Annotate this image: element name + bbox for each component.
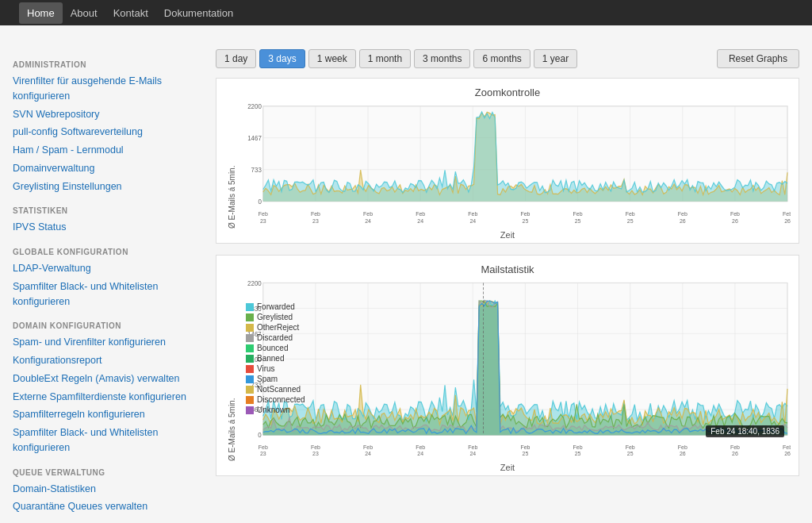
legend-label: Forwarded — [257, 302, 295, 311]
time-btn-1-week[interactable]: 1 week — [308, 49, 356, 68]
chart-ylabel: Ø E-Mails á 5min. — [224, 279, 239, 461]
sidebar-link[interactable]: Konfigurationsreport — [13, 352, 203, 370]
nav-home[interactable]: Home — [19, 2, 63, 24]
svg-text:Feb24: Feb24 — [363, 210, 373, 225]
legend-label: Disconnected — [257, 395, 305, 404]
sidebar-link[interactable]: Spam- und Virenfilter konfigurieren — [13, 333, 203, 352]
legend-color-box — [246, 344, 254, 352]
svg-text:0: 0 — [258, 198, 262, 206]
legend-color-box — [246, 406, 254, 414]
legend-color-box — [246, 396, 254, 404]
legend-item: Greylisted — [246, 313, 305, 321]
svg-text:Feb25: Feb25 — [626, 443, 635, 457]
svg-text:Feb24: Feb24 — [468, 210, 477, 225]
chart-title: Zoomkontrolle — [224, 87, 791, 98]
nav-dokumentation[interactable]: Dokumentation — [156, 2, 241, 24]
time-btn-1-day[interactable]: 1 day — [216, 49, 256, 68]
legend-item: Discarded — [246, 333, 305, 342]
sidebar-section-title: Statistiken — [13, 206, 203, 215]
legend-label: Bounced — [257, 344, 288, 352]
sidebar-link[interactable]: Spamfilterregeln konfigurieren — [13, 406, 203, 424]
svg-text:Feb23: Feb23 — [259, 210, 268, 225]
svg-text:Feb26: Feb26 — [730, 210, 740, 225]
chart-ylabel: Ø E-Mails á 5min. — [224, 102, 239, 229]
legend-label: Discarded — [257, 333, 293, 342]
svg-text:Feb26: Feb26 — [783, 443, 791, 457]
legend-label: NotScanned — [257, 385, 301, 394]
svg-text:Feb26: Feb26 — [730, 443, 740, 457]
legend-item: Unknown — [246, 406, 305, 414]
time-controls: 1 day3 days1 week1 month3 months6 months… — [216, 49, 799, 68]
time-btn-6-months[interactable]: 6 months — [473, 49, 530, 68]
legend-label: Virus — [257, 364, 275, 373]
chart-xlabel: Zeit — [224, 230, 791, 240]
svg-text:Feb23: Feb23 — [259, 443, 268, 457]
sidebar-link[interactable]: SVN Webrepository — [13, 106, 203, 124]
sidebar-link[interactable]: IPVS Status — [13, 218, 203, 237]
legend-item: NotScanned — [246, 385, 305, 394]
svg-text:1467: 1467 — [247, 134, 262, 143]
legend-item: Forwarded — [246, 302, 305, 311]
sidebar-link[interactable]: LDAP-Verwaltung — [13, 260, 203, 278]
svg-text:Feb25: Feb25 — [573, 210, 583, 225]
sidebar-link[interactable]: Spamfilter Black- und Whitelisten konfig… — [13, 424, 203, 457]
sidebar-link[interactable]: Domain-Statistiken — [13, 480, 203, 498]
legend-color-box — [246, 334, 254, 342]
legend-item: Virus — [246, 364, 305, 373]
sidebar-link[interactable]: pull-config Softwareverteilung — [13, 123, 203, 141]
svg-text:Feb25: Feb25 — [520, 443, 530, 457]
sidebar-link[interactable]: Virenfilter für ausgehende E-Mails konfi… — [13, 72, 203, 106]
legend-color-box — [246, 324, 254, 332]
svg-text:733: 733 — [251, 166, 262, 175]
sidebar-link[interactable]: Ham / Spam - Lernmodul — [13, 141, 203, 160]
reset-graphs-button[interactable]: Reset Graphs — [717, 49, 799, 68]
svg-text:Feb25: Feb25 — [626, 210, 635, 225]
main-content: 1 day3 days1 week1 month3 months6 months… — [216, 49, 799, 516]
legend-label: Banned — [257, 354, 284, 363]
svg-text:Feb23: Feb23 — [311, 210, 320, 225]
legend-item: Bounced — [246, 344, 305, 352]
svg-text:Feb26: Feb26 — [783, 210, 791, 225]
svg-text:2200: 2200 — [247, 279, 262, 286]
chart-svg: 073314672200Feb23Feb23Feb24Feb24Feb24Feb… — [239, 102, 791, 229]
sidebar-section-title: Globale Konfiguration — [13, 248, 203, 256]
time-btn-1-month[interactable]: 1 month — [359, 49, 411, 68]
sidebar-section-title: Domain Konfiguration — [13, 321, 203, 330]
legend-color-box — [246, 386, 254, 394]
chart-legend: ForwardedGreylistedOtherRejectDiscardedB… — [246, 302, 305, 416]
time-btn-1-year[interactable]: 1 year — [534, 49, 577, 68]
legend-label: Greylisted — [257, 313, 293, 321]
chart-xlabel: Zeit — [224, 463, 791, 472]
svg-text:Feb26: Feb26 — [678, 443, 688, 457]
sidebar-link[interactable]: Externe Spamfilterdienste konfigurieren — [13, 388, 203, 406]
legend-color-box — [246, 355, 254, 363]
svg-text:2200: 2200 — [247, 102, 262, 111]
sidebar-link[interactable]: Greylisting Einstellungen — [13, 178, 203, 196]
legend-color-box — [246, 375, 254, 383]
sidebar-link[interactable]: DoubleExt Regeln (Amavis) verwalten — [13, 370, 203, 388]
nav-about[interactable]: About — [63, 2, 105, 24]
sidebar-link[interactable]: Quarantäne Queues verwalten — [13, 498, 203, 516]
legend-item: Disconnected — [246, 395, 305, 404]
legend-item: OtherReject — [246, 323, 305, 332]
legend-color-box — [246, 303, 254, 311]
svg-text:Feb26: Feb26 — [678, 210, 688, 225]
legend-item: Banned — [246, 354, 305, 363]
nav-kontakt[interactable]: Kontakt — [105, 2, 156, 24]
legend-item: Spam — [246, 375, 305, 383]
sidebar-link[interactable]: Domainverwaltung — [13, 160, 203, 178]
sidebar: AdministrationVirenfilter für ausgehende… — [13, 49, 203, 516]
top-navigation: Home About Kontakt Dokumentation — [0, 0, 812, 25]
svg-text:Feb24: Feb24 — [468, 443, 477, 457]
legend-label: Unknown — [257, 406, 290, 414]
time-btn-3-days[interactable]: 3 days — [259, 49, 304, 68]
sidebar-link[interactable]: Spamfilter Black- und Whitelisten konfig… — [13, 278, 203, 311]
zoom-chart: ZoomkontrolleØ E-Mails á 5min.0733146722… — [216, 78, 799, 244]
chart-tooltip: Feb 24 18:40, 1836 — [706, 425, 784, 437]
charts-area: ZoomkontrolleØ E-Mails á 5min.0733146722… — [216, 78, 799, 476]
chart-title: Mailstatistik — [224, 263, 791, 275]
sidebar-section-title: Queue Verwaltung — [13, 468, 203, 477]
mail-chart: MailstatistikØ E-Mails á 5min.0367733110… — [216, 255, 799, 476]
sidebar-section-title: Administration — [13, 60, 203, 69]
time-btn-3-months[interactable]: 3 months — [414, 49, 470, 68]
